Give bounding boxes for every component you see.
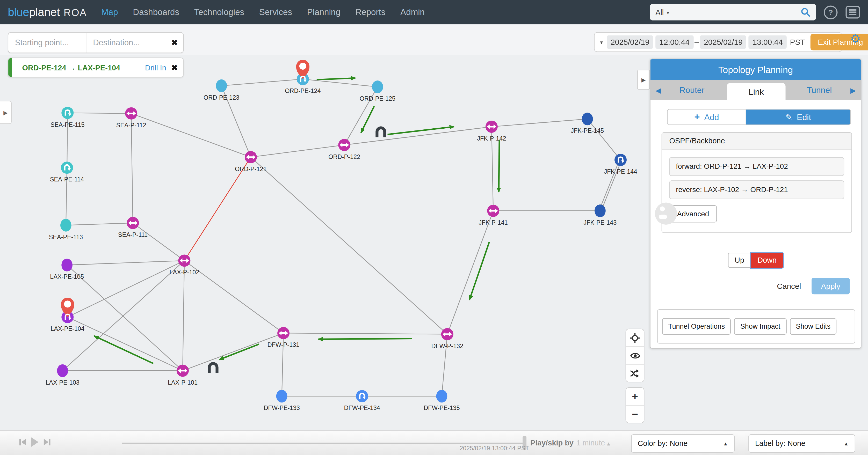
node-label: DFW-PE-135 bbox=[424, 404, 460, 411]
node-label: ORD-P-122 bbox=[328, 154, 360, 160]
color-by-dropdown[interactable]: Color by: None▲ bbox=[631, 434, 735, 453]
menu-button[interactable] bbox=[845, 5, 860, 19]
play-skip-control[interactable]: Play/skip by1 minute▴ bbox=[530, 439, 610, 447]
label-by-dropdown[interactable]: Label by: None▲ bbox=[748, 434, 855, 453]
tunnel-operations-button[interactable]: Tunnel Operations bbox=[662, 318, 731, 335]
start-date-value[interactable]: 2025/02/19 bbox=[607, 35, 653, 48]
tabs-scroll-left-icon[interactable]: ◀ bbox=[655, 80, 661, 100]
zoom-in-button[interactable]: + bbox=[626, 388, 644, 405]
nav-item-technologies[interactable]: Technologies bbox=[194, 7, 244, 17]
node-label: JFK-PE-145 bbox=[571, 127, 604, 134]
up-toggle-button[interactable]: Up bbox=[728, 253, 751, 268]
chevron-up-icon: ▲ bbox=[844, 441, 848, 446]
play-skip-label: Play/skip by bbox=[530, 439, 574, 447]
node-label: SEA-P-111 bbox=[118, 231, 148, 238]
cancel-button[interactable]: Cancel bbox=[777, 282, 801, 290]
current-time-label: 2025/02/19 13:00:44 PST bbox=[459, 445, 529, 452]
search-icon[interactable] bbox=[800, 7, 810, 17]
playback-controls bbox=[19, 437, 51, 447]
start-time-value[interactable]: 12:00:44 bbox=[655, 35, 693, 48]
edit-button[interactable]: ✎Edit bbox=[746, 109, 850, 125]
node-label: LAX-PE-105 bbox=[50, 273, 84, 280]
node-label: JFK-PE-144 bbox=[604, 168, 637, 175]
timeline-bar: 2025/02/19 13:00:44 PST Play/skip by1 mi… bbox=[0, 430, 868, 455]
tab-tunnel[interactable]: Tunnel bbox=[795, 80, 844, 100]
clear-route-search-button[interactable]: ✖ bbox=[171, 38, 178, 47]
end-date-value[interactable]: 2025/02/19 bbox=[700, 35, 747, 48]
add-label: Add bbox=[704, 112, 719, 122]
apply-button[interactable]: Apply bbox=[811, 278, 850, 294]
node-label: ORD-PE-125 bbox=[360, 95, 395, 102]
map-toolbar: ✖ ▾ 2025/02/19 12:00:44 – 2025/02/19 13:… bbox=[0, 24, 868, 55]
destination-input[interactable] bbox=[86, 38, 164, 47]
link-state-toggle: Up Down bbox=[650, 253, 861, 268]
panel-title: Topology Planning bbox=[650, 59, 861, 80]
recenter-button[interactable] bbox=[626, 329, 644, 347]
drill-in-link[interactable]: Drill In bbox=[145, 63, 166, 72]
chevron-up-icon: ▴ bbox=[607, 441, 610, 447]
logo-suffix: ROA bbox=[64, 7, 87, 19]
right-panel-expander[interactable]: ▶ bbox=[637, 70, 650, 90]
skip-to-end-button[interactable] bbox=[43, 438, 51, 447]
node-label: SEA-PE-115 bbox=[51, 121, 85, 128]
visibility-button[interactable] bbox=[626, 347, 644, 364]
timezone-label: PST bbox=[790, 37, 805, 46]
help-icon: ? bbox=[824, 5, 837, 19]
skip-to-start-button[interactable] bbox=[19, 438, 27, 447]
show-edits-button[interactable]: Show Edits bbox=[790, 318, 837, 335]
close-route-chip-button[interactable]: ✖ bbox=[171, 63, 178, 72]
nav-item-dashboards[interactable]: Dashboards bbox=[133, 7, 179, 17]
node-label: LAX-PE-104 bbox=[51, 325, 85, 332]
route-color-bar bbox=[8, 58, 12, 77]
settings-gear-icon[interactable]: ⚙ bbox=[850, 32, 861, 45]
chevron-right-icon: ▶ bbox=[3, 109, 7, 116]
app-logo: blueplanetROA bbox=[8, 5, 87, 19]
down-toggle-button[interactable]: Down bbox=[751, 253, 783, 268]
node-label: DFW-PE-134 bbox=[344, 404, 380, 411]
reverse-link-item[interactable]: reverse: LAX-P-102 → ORD-P-121 bbox=[670, 181, 844, 199]
starting-point-input[interactable] bbox=[8, 38, 86, 47]
node-label: LAX-P-101 bbox=[168, 379, 197, 386]
plus-icon: + bbox=[632, 391, 638, 402]
shuffle-layout-button[interactable] bbox=[626, 365, 644, 382]
search-scope-select[interactable]: All bbox=[655, 8, 664, 16]
app-root: SEA-PE-115SEA-P-112SEA-PE-114SEA-PE-113S… bbox=[0, 0, 868, 455]
route-search-box: ✖ bbox=[8, 32, 184, 53]
nav-item-map[interactable]: Map bbox=[101, 7, 118, 17]
nav-item-services[interactable]: Services bbox=[259, 7, 292, 17]
route-label: ORD-PE-124 → LAX-PE-104 bbox=[22, 63, 120, 72]
time-range-control: ▾ 2025/02/19 12:00:44 – 2025/02/19 13:00… bbox=[594, 32, 842, 52]
pencil-icon: ✎ bbox=[785, 112, 793, 122]
help-button[interactable]: ? bbox=[824, 5, 837, 19]
tabs-scroll-right-icon[interactable]: ▶ bbox=[850, 80, 856, 100]
node-label: SEA-PE-113 bbox=[49, 234, 83, 240]
chevron-up-icon: ▲ bbox=[723, 441, 728, 446]
nav-item-admin[interactable]: Admin bbox=[400, 7, 425, 17]
eye-icon bbox=[630, 351, 640, 360]
add-button[interactable]: +Add bbox=[668, 109, 746, 125]
chevron-down-icon[interactable]: ▾ bbox=[600, 39, 603, 45]
chevron-down-icon: ▾ bbox=[666, 9, 670, 15]
node-label: DFW-P-132 bbox=[431, 343, 464, 349]
hamburger-icon bbox=[845, 5, 860, 19]
node-label: JFK-PE-143 bbox=[583, 219, 617, 226]
tab-link[interactable]: Link bbox=[727, 83, 786, 100]
panel-footer-card: Tunnel Operations Show Impact Show Edits bbox=[657, 309, 855, 344]
node-label: ORD-P-121 bbox=[235, 166, 267, 172]
left-panel-expander[interactable]: ▶ bbox=[0, 101, 12, 124]
play-button[interactable] bbox=[31, 437, 39, 447]
tunnel-path-arrow-3 bbox=[499, 140, 499, 192]
zoom-out-button[interactable]: − bbox=[626, 405, 644, 423]
global-search[interactable]: All ▾ bbox=[650, 4, 816, 21]
node-label: JFK-P-141 bbox=[479, 219, 508, 226]
panel-drag-handle[interactable] bbox=[655, 202, 677, 225]
nav-item-planning[interactable]: Planning bbox=[307, 7, 341, 17]
timeline-track[interactable] bbox=[122, 443, 525, 444]
edit-label: Edit bbox=[797, 112, 811, 122]
tab-router[interactable]: Router bbox=[667, 80, 717, 100]
show-impact-button[interactable]: Show Impact bbox=[734, 318, 787, 335]
forward-link-item[interactable]: forward: ORD-P-121 → LAX-P-102 bbox=[670, 157, 844, 176]
selected-route-chip[interactable]: ORD-PE-124 → LAX-PE-104 Drill In ✖ bbox=[8, 58, 184, 77]
nav-item-reports[interactable]: Reports bbox=[355, 7, 385, 17]
end-time-value[interactable]: 13:00:44 bbox=[749, 35, 786, 48]
